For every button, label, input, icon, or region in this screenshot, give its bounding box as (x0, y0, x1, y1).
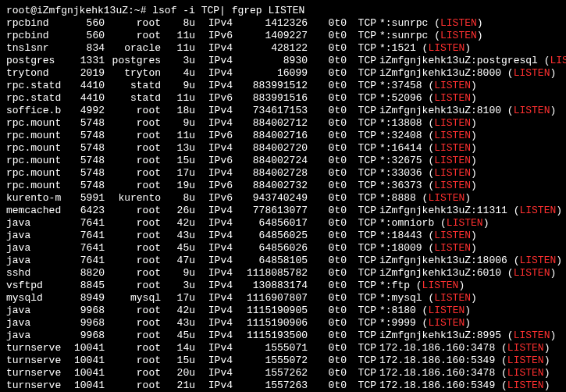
node: 1555072 (233, 355, 308, 367)
pid: 10041 (67, 380, 105, 392)
listen-state: LISTEN (514, 267, 550, 280)
listen-state: LISTEN (447, 217, 483, 230)
conn-name: *:omniorb (LISTEN) (376, 217, 489, 230)
user: root (105, 117, 161, 130)
proto: IPv4 (195, 117, 233, 130)
conn-name: iZmfgnjkehk13uZ:8995 (LISTEN) (376, 330, 556, 342)
proto: IPv4 (195, 55, 233, 67)
output-row: rpc.mount5748root19uIPv68840027320t0TCP*… (6, 180, 560, 192)
output-row: kurento-m5991kurento8uIPv69437402490t0TC… (6, 192, 560, 205)
output-row: postgres1331postgres3uIPv489300t0TCPiZmf… (6, 55, 560, 67)
output-row: rpc.mount5748root9uIPv48840027120t0TCP*:… (6, 117, 560, 130)
terminal[interactable]: root@iZmfgnjkehk13uZ:~# lsof -i TCP| fgr… (0, 0, 566, 392)
listen-state: LISTEN (434, 117, 471, 130)
conn-name: *:sunrpc (LISTEN) (376, 17, 483, 30)
fd: 17u (161, 167, 195, 180)
t: TCP (347, 105, 376, 117)
t: TCP (347, 42, 376, 55)
output-row: vsftpd8845root3uIPv41308831740t0TCP*:ftp… (6, 280, 560, 292)
listen-state: LISTEN (519, 205, 556, 217)
pid: 10041 (67, 342, 105, 355)
node: 130883174 (233, 280, 308, 292)
t: TCP (347, 380, 376, 392)
node: 428122 (233, 42, 308, 55)
pid: 7641 (67, 217, 105, 230)
conn-name: iZmfgnjkehk13uZ:6010 (LISTEN) (376, 267, 556, 280)
user: root (105, 130, 161, 142)
pid: 2019 (67, 67, 105, 80)
t: TCP (347, 155, 376, 167)
listen-state: LISTEN (434, 80, 471, 92)
cmd: turnserve (6, 342, 67, 355)
dev: 0t0 (308, 255, 347, 267)
dev: 0t0 (308, 367, 347, 380)
proto: IPv4 (195, 355, 233, 367)
user: root (105, 167, 161, 180)
node: 884002724 (233, 155, 308, 167)
dev: 0t0 (308, 342, 347, 355)
t: TCP (347, 342, 376, 355)
output-row: java9968root42uIPv411151909050t0TCP*:818… (6, 305, 560, 317)
output-row: memcached6423root26uIPv47786130770t0TCPi… (6, 205, 560, 217)
dev: 0t0 (308, 130, 347, 142)
fd: 3u (161, 55, 195, 67)
cmd: tnslsnr (6, 42, 67, 55)
output-row: rpc.mount5748root15uIPv68840027240t0TCP*… (6, 155, 560, 167)
user: kurento (105, 192, 161, 205)
node: 778613077 (233, 205, 308, 217)
user: root (105, 280, 161, 292)
t: TCP (347, 305, 376, 317)
node: 884002728 (233, 167, 308, 180)
node: 8930 (233, 55, 308, 67)
fd: 13u (161, 142, 195, 155)
cmd: kurento-m (6, 192, 67, 205)
dev: 0t0 (308, 155, 347, 167)
node: 1557263 (233, 380, 308, 392)
cmd: turnserve (6, 380, 67, 392)
pid: 5991 (67, 192, 105, 205)
t: TCP (347, 67, 376, 80)
dev: 0t0 (308, 55, 347, 67)
proto: IPv6 (195, 192, 233, 205)
cmd: rpc.mount (6, 180, 67, 192)
user: root (105, 230, 161, 242)
dev: 0t0 (308, 92, 347, 105)
node: 64856025 (233, 230, 308, 242)
fd: 47u (161, 255, 195, 267)
node: 1412326 (233, 17, 308, 30)
output-row: java9968root45uIPv411151935000t0TCPiZmfg… (6, 330, 560, 342)
listen-state: LISTEN (514, 105, 550, 117)
listen-state: LISTEN (428, 317, 465, 330)
user: root (105, 255, 161, 267)
conn-name: *:9999 (LISTEN) (376, 317, 471, 330)
conn-name: 172.18.186.160:5349 (LISTEN) (376, 355, 550, 367)
user: root (105, 305, 161, 317)
t: TCP (347, 17, 376, 30)
listen-state: LISTEN (434, 292, 471, 305)
node: 64856017 (233, 217, 308, 230)
fd: 11u (161, 92, 195, 105)
dev: 0t0 (308, 205, 347, 217)
dev: 0t0 (308, 167, 347, 180)
pid: 7641 (67, 230, 105, 242)
dev: 0t0 (308, 330, 347, 342)
dev: 0t0 (308, 267, 347, 280)
listen-state: LISTEN (434, 230, 471, 242)
pid: 7641 (67, 255, 105, 267)
pid: 4410 (67, 92, 105, 105)
node: 884002712 (233, 117, 308, 130)
dev: 0t0 (308, 217, 347, 230)
fd: 21u (161, 380, 195, 392)
proto: IPv4 (195, 42, 233, 55)
node: 884002732 (233, 180, 308, 192)
cmd: rpc.statd (6, 92, 67, 105)
t: TCP (347, 280, 376, 292)
listen-state: LISTEN (428, 192, 465, 205)
conn-name: *:32408 (LISTEN) (376, 130, 477, 142)
conn-name: 172.18.186.160:3478 (LISTEN) (376, 342, 550, 355)
node: 884002716 (233, 130, 308, 142)
fd: 20u (161, 367, 195, 380)
conn-name: iZmfgnjkehk13uZ:8100 (LISTEN) (376, 105, 556, 117)
dev: 0t0 (308, 242, 347, 255)
output-row: rpc.statd4410statd9uIPv48839915120t0TCP*… (6, 80, 560, 92)
